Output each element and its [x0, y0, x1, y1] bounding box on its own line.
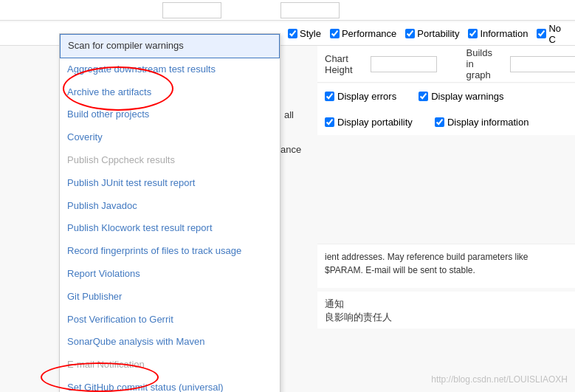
cn-line-2: 良影响的责任人	[325, 311, 568, 324]
noc-checkbox[interactable]	[537, 29, 546, 38]
menu-item-14: E-mail Notification	[60, 354, 280, 376]
menu-item-6[interactable]: Publish JUnit test result report	[60, 172, 280, 195]
menu-item-7[interactable]: Publish Javadoc	[60, 195, 280, 218]
display-portability-check: Display portability	[325, 117, 413, 128]
menu-item-12[interactable]: Post Verification to Gerrit	[60, 309, 280, 331]
menu-item-2[interactable]: Archive the artifacts	[60, 81, 280, 104]
menu-item-9[interactable]: Record fingerprints of files to track us…	[60, 240, 280, 263]
builds-input[interactable]: 0	[510, 56, 575, 72]
input-field-1[interactable]: 10	[162, 2, 221, 18]
top-row: 10 100	[0, 0, 575, 21]
all-label: all	[284, 109, 294, 120]
display-warnings-label: Display warnings	[431, 91, 503, 102]
watermark: http://blog.csdn.net/LOUISLIAOXH	[431, 374, 568, 385]
display-information-check: Display information	[435, 117, 529, 128]
email-text: ient addresses. May reference build para…	[325, 252, 528, 275]
menu-item-5: Publish Cppcheck results	[60, 149, 280, 172]
display-errors-label: Display errors	[337, 91, 396, 102]
performance-label: Performance	[342, 28, 396, 39]
display-errors-checkbox[interactable]	[325, 92, 334, 101]
ance-label: ance	[280, 144, 301, 155]
chart-height-label: Chart Height	[325, 53, 353, 75]
chart-row: Chart Height 200 Builds in graph 0	[317, 46, 575, 83]
menu-item-11[interactable]: Git Publisher	[60, 286, 280, 309]
style-checkbox[interactable]	[288, 29, 297, 38]
noc-checkbox-item: No C	[537, 23, 571, 45]
menu-item-0[interactable]: Scan for compiler warnings	[60, 34, 280, 58]
portability-checkbox[interactable]	[405, 29, 415, 38]
portability-checkbox-item: Portability	[405, 28, 459, 39]
performance-checkbox[interactable]	[330, 29, 340, 38]
style-checkbox-item: Style	[288, 28, 321, 39]
noc-label: No C	[548, 23, 571, 45]
menu-item-8[interactable]: Publish Klocwork test result report	[60, 217, 280, 240]
information-label: Information	[480, 28, 528, 39]
display-warnings-checkbox[interactable]	[419, 92, 428, 101]
menu-item-13[interactable]: SonarQube analysis with Maven	[60, 331, 280, 354]
information-checkbox[interactable]	[468, 29, 478, 38]
menu-item-10[interactable]: Report Violations	[60, 263, 280, 286]
menu-item-15[interactable]: Set GitHub commit status (universal)	[60, 376, 280, 392]
display-information-checkbox[interactable]	[435, 117, 444, 127]
cn-area: 通知 良影响的责任人	[317, 292, 575, 329]
display-portability-label: Display portability	[337, 117, 413, 128]
display-row-2: Display portability Display information	[317, 109, 575, 135]
style-label: Style	[300, 28, 321, 39]
display-row-1: Display errors Display warnings	[317, 83, 575, 109]
dropdown-menu: Scan for compiler warningsAggregate down…	[59, 33, 280, 392]
display-information-label: Display information	[447, 117, 529, 128]
display-portability-checkbox[interactable]	[325, 117, 334, 127]
email-area: ient addresses. May reference build para…	[317, 244, 575, 288]
information-checkbox-item: Information	[468, 28, 528, 39]
cn-line-1: 通知	[325, 298, 568, 311]
builds-label: Builds in graph	[466, 47, 492, 80]
chart-height-input[interactable]: 200	[371, 56, 437, 72]
portability-label: Portability	[417, 28, 459, 39]
performance-checkbox-item: Performance	[330, 28, 396, 39]
menu-item-3[interactable]: Build other projects	[60, 103, 280, 126]
display-warnings-check: Display warnings	[419, 91, 503, 102]
display-errors-check: Display errors	[325, 91, 396, 102]
input-field-2[interactable]: 100	[280, 2, 340, 18]
menu-item-1[interactable]: Aggregate downstream test results	[60, 58, 280, 81]
menu-item-4[interactable]: Coverity	[60, 126, 280, 149]
